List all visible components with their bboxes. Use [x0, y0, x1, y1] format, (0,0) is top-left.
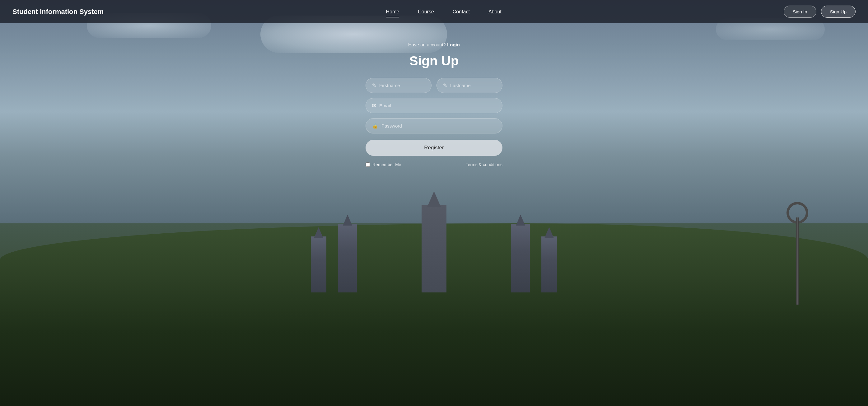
- firstname-input[interactable]: [379, 83, 425, 88]
- navbar: Student Information System Home Course C…: [0, 0, 868, 23]
- tower-center: [422, 205, 446, 292]
- firstname-group: ✎: [366, 78, 432, 93]
- signup-button[interactable]: Sign Up: [821, 6, 856, 18]
- nav-home[interactable]: Home: [386, 9, 400, 16]
- remember-me-checkbox[interactable]: [366, 162, 370, 167]
- page-wrapper: Student Information System Home Course C…: [0, 0, 868, 406]
- remember-me-label[interactable]: Remember Me: [366, 162, 401, 167]
- form-title: Sign Up: [409, 54, 459, 68]
- person-icon-lastname: ✎: [443, 83, 447, 88]
- tower-left-2: [311, 237, 327, 292]
- password-input[interactable]: [381, 123, 496, 128]
- nav-course[interactable]: Course: [418, 9, 434, 16]
- terms-link[interactable]: Terms & conditions: [466, 162, 502, 167]
- signin-button[interactable]: Sign In: [784, 6, 816, 18]
- have-account-text: Have an account? Login: [408, 42, 460, 47]
- lastname-group: ✎: [436, 78, 502, 93]
- name-row: ✎ ✎: [366, 78, 502, 93]
- email-input[interactable]: [379, 103, 496, 108]
- lock-icon: 🔒: [372, 123, 378, 129]
- tower-right-2: [541, 237, 557, 292]
- password-group: 🔒: [366, 118, 502, 133]
- login-link[interactable]: Login: [447, 42, 460, 47]
- nav-about[interactable]: About: [489, 9, 501, 16]
- register-button[interactable]: Register: [366, 140, 502, 156]
- tower-left-1: [338, 224, 357, 292]
- email-icon: ✉: [372, 103, 376, 108]
- form-footer: Remember Me Terms & conditions: [366, 162, 502, 167]
- lastname-input[interactable]: [450, 83, 496, 88]
- quidditch-right: [796, 217, 799, 305]
- tower-right-1: [511, 224, 530, 292]
- signup-form: ✎ ✎ ✉ 🔒 Register Remembe: [366, 78, 502, 167]
- nav-contact[interactable]: Contact: [453, 9, 470, 16]
- email-group: ✉: [366, 98, 502, 113]
- nav-links: Home Course Contact About: [386, 9, 501, 14]
- main-content: Have an account? Login Sign Up ✎ ✎ ✉: [0, 23, 868, 167]
- person-icon-firstname: ✎: [372, 83, 376, 88]
- nav-actions: Sign In Sign Up: [784, 6, 856, 18]
- brand-title: Student Information System: [12, 8, 103, 16]
- pole: [796, 217, 799, 305]
